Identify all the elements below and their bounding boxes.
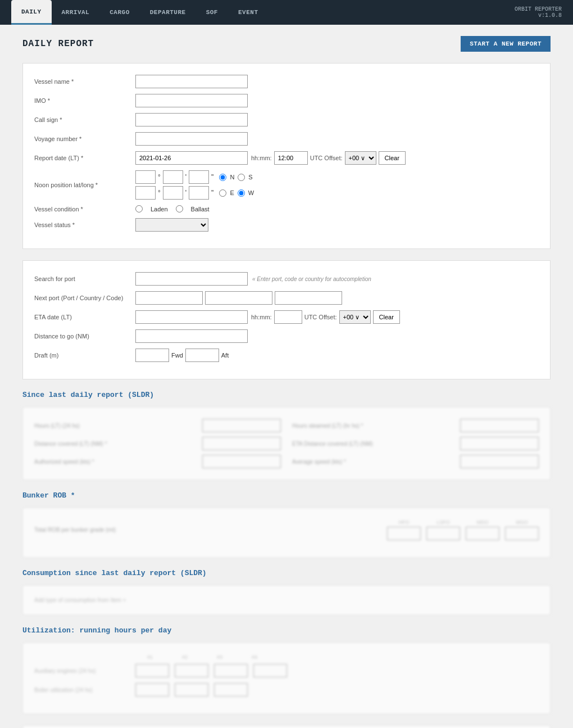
call-sign-input[interactable]: [135, 113, 248, 126]
utc-offset-label: UTC Offset:: [310, 155, 343, 161]
latlong-container: ° ' " N S ° ': [135, 170, 254, 200]
next-port-row: Next port (Port / Country / Code): [34, 291, 539, 305]
west-radio[interactable]: [238, 189, 245, 197]
aux-engines-row: Auxiliary engines (24 hs): [34, 664, 539, 677]
eta-utc-label: UTC Offset:: [304, 314, 337, 320]
ballast-radio[interactable]: [176, 205, 183, 212]
draft-aft-input[interactable]: [185, 349, 219, 362]
ew-radio-group: E W: [219, 189, 254, 197]
fwd-label: Fwd: [171, 352, 183, 359]
sldr-input-3[interactable]: [202, 437, 281, 450]
south-radio[interactable]: [238, 174, 245, 181]
aux-2-input[interactable]: [175, 664, 208, 677]
min-symbol-lat: ': [185, 173, 187, 181]
aux-label: Auxiliary engines (24 hs): [34, 668, 135, 674]
lon-min-input[interactable]: [163, 186, 183, 200]
next-port-inputs: [135, 291, 342, 305]
vessel-name-label: Vessel name *: [34, 78, 135, 85]
distance-label: Distance to go (NM): [34, 333, 135, 340]
bunker-row: Total ROB per bunker grade (mt) HFO LSFO…: [34, 519, 539, 540]
south-label: S: [248, 174, 252, 180]
tab-departure[interactable]: DEPARTURE: [140, 0, 196, 25]
tab-cargo[interactable]: CARGO: [99, 0, 140, 25]
consumption-form: Add type of consumption from Item +: [22, 585, 551, 615]
utilization-form: #1 #2 #3 #4 Auxiliary engines (24 hs) Bo…: [22, 643, 551, 714]
tab-sof[interactable]: SOF: [196, 0, 228, 25]
tab-arrival[interactable]: ARRIVAL: [52, 0, 100, 25]
lat-row: ° ' " N S: [135, 170, 254, 184]
boiler-1-input[interactable]: [135, 683, 169, 697]
vessel-name-input[interactable]: [135, 75, 248, 88]
report-date-input[interactable]: [135, 151, 248, 165]
lat-deg-input[interactable]: [135, 170, 156, 184]
next-code-input[interactable]: [275, 291, 342, 305]
boiler-label: Boiler utilization (24 hs): [34, 687, 135, 693]
east-radio[interactable]: [219, 189, 226, 197]
call-sign-row: Call sign *: [34, 113, 539, 126]
distance-row: Distance to go (NM): [34, 329, 539, 343]
lat-min-input[interactable]: [163, 170, 183, 184]
draft-label: Draft (m): [34, 352, 135, 359]
eta-utc-select[interactable]: +00 ∨ +01: [339, 310, 371, 324]
hfo-input[interactable]: [387, 527, 421, 540]
start-new-report-button[interactable]: START A NEW REPORT: [461, 36, 551, 52]
app-name-text: ORBIT REPORTER: [515, 6, 562, 12]
report-utc-select[interactable]: +00 ∨ +01 -01: [345, 151, 376, 165]
imo-input[interactable]: [135, 94, 248, 107]
laden-label: Laden: [151, 206, 168, 212]
report-date-label: Report date (LT) *: [34, 155, 135, 161]
eta-time-input[interactable]: [274, 310, 302, 324]
lon-sec-input[interactable]: [189, 186, 209, 200]
eta-date-input[interactable]: [135, 310, 248, 324]
draft-row: Draft (m) Fwd Aft: [34, 349, 539, 362]
report-time-group: hh:mm: UTC Offset: +00 ∨ +01 -01 Clear: [251, 151, 406, 165]
lsfo-input[interactable]: [426, 527, 460, 540]
next-port-input[interactable]: [135, 291, 203, 305]
aux-3-input[interactable]: [214, 664, 248, 677]
mgo-input[interactable]: [505, 527, 539, 540]
lsfo-label: LSFO: [436, 519, 450, 525]
lat-sec-input[interactable]: [189, 170, 209, 184]
search-port-input[interactable]: [135, 272, 248, 286]
aux-inputs: [135, 664, 287, 677]
laden-radio[interactable]: [135, 205, 143, 212]
sldr-input-5[interactable]: [202, 455, 281, 468]
sldr-input-2[interactable]: [460, 419, 539, 432]
deg-symbol-lat: °: [158, 173, 161, 181]
sldr-title: Since last daily report (SLDR): [22, 391, 551, 399]
mdo-input[interactable]: [466, 527, 499, 540]
tab-daily[interactable]: DAILY: [11, 0, 52, 25]
eta-time-group: hh:mm: UTC Offset: +00 ∨ +01 Clear: [251, 310, 400, 324]
sldr-row-3: Distance covered (LT) (NM) *: [34, 437, 281, 450]
main-content: DAILY REPORT START A NEW REPORT Vessel n…: [0, 25, 573, 728]
boiler-2-input[interactable]: [175, 683, 208, 697]
main-form: Vessel name * IMO * Call sign * Voyage n…: [22, 63, 551, 249]
lon-deg-input[interactable]: [135, 186, 156, 200]
tab-event[interactable]: EVENT: [228, 0, 269, 25]
boiler-3-input[interactable]: [214, 683, 248, 697]
aux-4-input[interactable]: [253, 664, 287, 677]
search-port-label: Search for port: [34, 275, 135, 282]
north-radio[interactable]: [219, 174, 226, 181]
voyage-number-input[interactable]: [135, 132, 248, 146]
imo-label: IMO *: [34, 97, 135, 104]
report-date-clear-button[interactable]: Clear: [379, 151, 406, 165]
draft-fwd-input[interactable]: [135, 349, 169, 362]
eta-clear-button[interactable]: Clear: [373, 310, 400, 324]
distance-input[interactable]: [135, 329, 248, 343]
next-country-input[interactable]: [205, 291, 272, 305]
vessel-status-select[interactable]: [135, 218, 208, 232]
bunker-label: Total ROB per bunker grade (mt): [34, 527, 387, 533]
aux-1-input[interactable]: [135, 664, 169, 677]
sldr-input-6[interactable]: [460, 455, 539, 468]
mdo-label: MDO: [477, 519, 489, 525]
next-port-label: Next port (Port / Country / Code): [34, 295, 135, 301]
sldr-section: Since last daily report (SLDR) Hours (LT…: [22, 391, 551, 480]
sldr-input-4[interactable]: [460, 437, 539, 450]
lon-row: ° ' " E W: [135, 186, 254, 200]
util-col-2-label: #2: [170, 654, 199, 660]
report-time-input[interactable]: [274, 151, 308, 165]
ns-radio-group: N S: [219, 174, 252, 181]
sldr-input-1[interactable]: [202, 419, 281, 432]
utilization-section: Utilization: running hours per day #1 #2…: [22, 626, 551, 714]
